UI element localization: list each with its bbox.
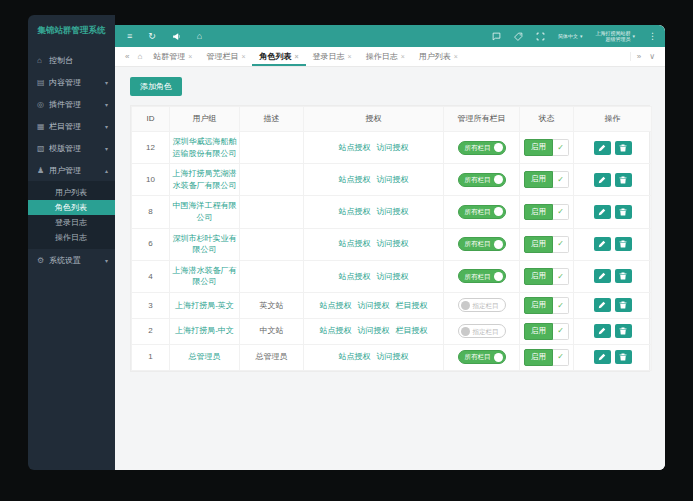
- sidebar-item[interactable]: ⚙系统设置▾: [28, 249, 115, 271]
- scope-toggle[interactable]: 指定栏目: [458, 324, 506, 338]
- permission-link[interactable]: 栏目授权: [396, 301, 428, 310]
- fullscreen-icon[interactable]: [536, 32, 545, 41]
- permission-link[interactable]: 访问授权: [377, 143, 409, 152]
- scope-toggle[interactable]: 所有栏目: [458, 205, 506, 219]
- edit-button[interactable]: [594, 324, 611, 338]
- role-group-link[interactable]: 中国海洋工程有限公司: [173, 201, 237, 222]
- status-check-icon[interactable]: ✓: [553, 139, 569, 156]
- scope-toggle[interactable]: 所有栏目: [458, 269, 506, 283]
- enable-button[interactable]: 启用: [524, 204, 553, 221]
- permission-link[interactable]: 访问授权: [377, 272, 409, 281]
- message-icon[interactable]: [492, 32, 501, 41]
- enable-button[interactable]: 启用: [524, 297, 553, 314]
- more-menu-icon[interactable]: ⋮: [648, 31, 657, 41]
- role-group-link[interactable]: 上海打捞局-英文: [175, 301, 234, 310]
- permission-link[interactable]: 访问授权: [358, 301, 390, 310]
- add-role-button[interactable]: 添加角色: [130, 77, 182, 96]
- permission-link[interactable]: 站点授权: [339, 143, 371, 152]
- permission-link[interactable]: 站点授权: [339, 352, 371, 361]
- role-group-link[interactable]: 深圳华威远海船舶运输股份有限公司: [173, 137, 237, 158]
- permission-link[interactable]: 站点授权: [339, 239, 371, 248]
- permission-link[interactable]: 栏目授权: [396, 326, 428, 335]
- status-check-icon[interactable]: ✓: [553, 349, 569, 366]
- delete-button[interactable]: [615, 173, 632, 187]
- tab-close-icon[interactable]: ×: [241, 47, 245, 66]
- role-group-link[interactable]: 总管理员: [189, 352, 221, 361]
- tab-close-icon[interactable]: ×: [188, 47, 192, 66]
- delete-button[interactable]: [615, 324, 632, 338]
- menu-fold-icon[interactable]: ≡: [127, 25, 132, 47]
- enable-button[interactable]: 启用: [524, 268, 553, 285]
- permission-link[interactable]: 站点授权: [339, 207, 371, 216]
- enable-button[interactable]: 启用: [524, 323, 553, 340]
- sidebar-item[interactable]: ♟用户管理▴: [28, 159, 115, 181]
- status-check-icon[interactable]: ✓: [553, 268, 569, 285]
- role-group-link[interactable]: 深圳市杉叶实业有限公司: [173, 234, 237, 255]
- tab-item[interactable]: 站群管理×: [146, 47, 199, 66]
- edit-button[interactable]: [594, 269, 611, 283]
- home-icon[interactable]: ⌂: [197, 25, 202, 47]
- enable-button[interactable]: 启用: [524, 236, 553, 253]
- sidebar-item[interactable]: ▦栏目管理▾: [28, 115, 115, 137]
- status-check-icon[interactable]: ✓: [553, 171, 569, 188]
- tab-close-icon[interactable]: ×: [454, 47, 458, 66]
- announce-icon[interactable]: [172, 32, 181, 41]
- permission-link[interactable]: 访问授权: [377, 175, 409, 184]
- sidebar-item[interactable]: ⌂控制台: [28, 49, 115, 71]
- delete-button[interactable]: [615, 350, 632, 364]
- tab-item[interactable]: 操作日志×: [359, 47, 412, 66]
- permission-link[interactable]: 访问授权: [358, 326, 390, 335]
- refresh-icon[interactable]: ↻: [148, 25, 156, 47]
- scope-toggle[interactable]: 所有栏目: [458, 141, 506, 155]
- user-dropdown[interactable]: 上海打捞局站群 超级管理员 ▾: [595, 30, 635, 43]
- status-check-icon[interactable]: ✓: [553, 204, 569, 221]
- sidebar-subitem[interactable]: 用户列表: [28, 185, 115, 200]
- permission-link[interactable]: 访问授权: [377, 352, 409, 361]
- sidebar-subitem[interactable]: 操作日志: [28, 230, 115, 245]
- tab-close-icon[interactable]: ×: [294, 47, 298, 66]
- status-check-icon[interactable]: ✓: [553, 297, 569, 314]
- sidebar-item[interactable]: ◎插件管理▾: [28, 93, 115, 115]
- edit-button[interactable]: [594, 141, 611, 155]
- tab-item[interactable]: 管理栏目×: [199, 47, 252, 66]
- edit-button[interactable]: [594, 237, 611, 251]
- enable-button[interactable]: 启用: [524, 139, 553, 156]
- scope-toggle[interactable]: 所有栏目: [458, 350, 506, 364]
- tabs-scroll-right-icon[interactable]: »: [633, 52, 645, 61]
- edit-button[interactable]: [594, 173, 611, 187]
- tab-close-icon[interactable]: ×: [401, 47, 405, 66]
- sidebar-item[interactable]: ▧模版管理▾: [28, 137, 115, 159]
- permission-link[interactable]: 访问授权: [377, 207, 409, 216]
- tab-home-icon[interactable]: ⌂: [133, 52, 146, 61]
- enable-button[interactable]: 启用: [524, 171, 553, 188]
- permission-link[interactable]: 站点授权: [339, 175, 371, 184]
- scope-toggle[interactable]: 所有栏目: [458, 173, 506, 187]
- status-check-icon[interactable]: ✓: [553, 236, 569, 253]
- tabs-menu-icon[interactable]: ∨: [645, 52, 659, 61]
- language-dropdown[interactable]: 简体中文▾: [558, 33, 583, 40]
- permission-link[interactable]: 站点授权: [339, 272, 371, 281]
- permission-link[interactable]: 站点授权: [320, 326, 352, 335]
- edit-button[interactable]: [594, 350, 611, 364]
- tab-item[interactable]: 登录日志×: [306, 47, 359, 66]
- edit-button[interactable]: [594, 205, 611, 219]
- role-group-link[interactable]: 上海打捞局-中文: [175, 326, 234, 335]
- delete-button[interactable]: [615, 237, 632, 251]
- delete-button[interactable]: [615, 269, 632, 283]
- sidebar-item[interactable]: ▤内容管理▾: [28, 71, 115, 93]
- scope-toggle[interactable]: 指定栏目: [458, 298, 506, 312]
- sidebar-subitem[interactable]: 登录日志: [28, 215, 115, 230]
- role-group-link[interactable]: 上海打捞局芜湖潜水装备厂有限公司: [173, 169, 237, 190]
- tabs-scroll-left-icon[interactable]: «: [121, 52, 133, 61]
- tag-icon[interactable]: [514, 32, 523, 41]
- permission-link[interactable]: 访问授权: [377, 239, 409, 248]
- status-check-icon[interactable]: ✓: [553, 323, 569, 340]
- tab-close-icon[interactable]: ×: [348, 47, 352, 66]
- enable-button[interactable]: 启用: [524, 349, 553, 366]
- scope-toggle[interactable]: 所有栏目: [458, 237, 506, 251]
- permission-link[interactable]: 站点授权: [320, 301, 352, 310]
- delete-button[interactable]: [615, 205, 632, 219]
- role-group-link[interactable]: 上海潜水装备厂有限公司: [173, 266, 237, 287]
- tab-active[interactable]: 角色列表×: [252, 47, 305, 66]
- delete-button[interactable]: [615, 298, 632, 312]
